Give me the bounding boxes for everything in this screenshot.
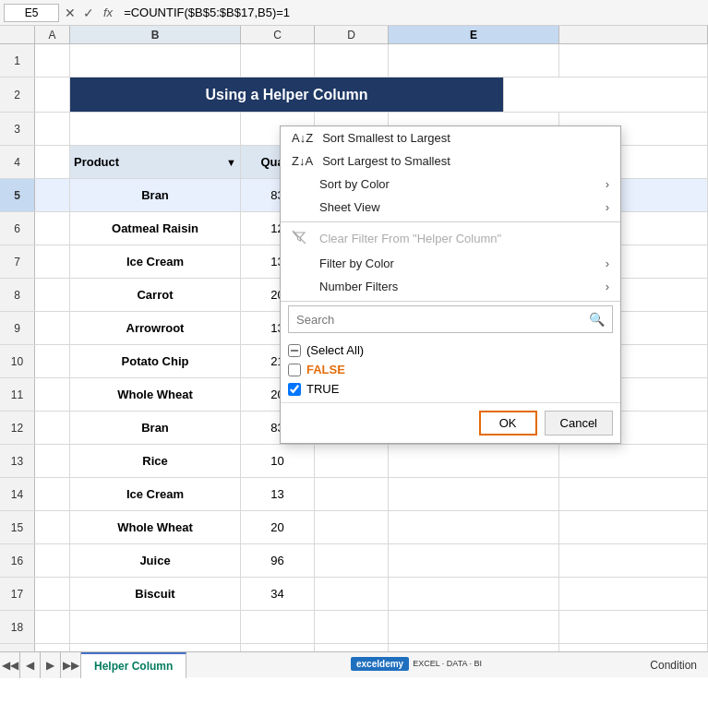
cell-d14[interactable] — [315, 478, 389, 510]
cell-d17[interactable] — [315, 578, 389, 610]
cell-a16[interactable] — [35, 544, 70, 577]
tab-nav-last[interactable]: ▶▶ — [61, 652, 81, 678]
cell-a15[interactable] — [35, 511, 70, 543]
search-container: 🔍 — [288, 305, 613, 333]
cell-c18[interactable] — [241, 611, 315, 643]
formula-input[interactable]: =COUNTIF($B$5:$B$17,B5)=1 — [120, 4, 704, 21]
tab-nav-prev[interactable]: ◀ — [20, 652, 41, 678]
cell-b9[interactable]: Arrowroot — [70, 312, 241, 344]
cell-b5[interactable]: Bran — [70, 179, 241, 211]
cell-a1[interactable] — [35, 44, 70, 77]
cell-b3[interactable] — [70, 113, 241, 145]
cell-c15[interactable]: 20 — [241, 511, 315, 543]
cell-a11[interactable] — [35, 378, 70, 411]
cell-b17[interactable]: Biscuit — [70, 578, 241, 610]
row-num: 5 — [0, 179, 35, 211]
cell-a2[interactable] — [35, 78, 70, 112]
cell-d1[interactable] — [315, 44, 389, 77]
col-header-d[interactable]: D — [315, 26, 389, 43]
product-filter-btn[interactable]: ▼ — [226, 157, 236, 168]
cell-a6[interactable] — [35, 212, 70, 245]
cancel-button[interactable]: Cancel — [545, 411, 613, 436]
formula-cancel-icon[interactable]: ✕ — [63, 6, 78, 20]
sort-asc-icon: A↓Z — [292, 131, 313, 145]
formula-confirm-icon[interactable]: ✓ — [81, 6, 96, 20]
table-row: 2 Using a Helper Column — [0, 78, 708, 113]
cell-e14[interactable] — [389, 478, 559, 510]
cell-c1[interactable] — [241, 44, 315, 77]
col-header-c[interactable]: C — [241, 26, 315, 43]
cell-c13[interactable]: 10 — [241, 445, 315, 477]
cell-d16[interactable] — [315, 544, 389, 577]
filter-color-item[interactable]: Filter by Color › — [281, 252, 620, 275]
ok-button[interactable]: OK — [479, 411, 537, 436]
col-header-rest — [559, 26, 708, 43]
cell-a13[interactable] — [35, 445, 70, 477]
cell-b7[interactable]: Ice Cream — [70, 245, 241, 278]
row-num: 18 — [0, 611, 35, 643]
search-icon: 🔍 — [589, 312, 605, 327]
cell-d18[interactable] — [315, 611, 389, 643]
cell-b18[interactable] — [70, 611, 241, 643]
cell-d15[interactable] — [315, 511, 389, 543]
cell-b12[interactable]: Bran — [70, 412, 241, 444]
cell-b2-title[interactable]: Using a Helper Column — [70, 78, 504, 112]
search-input[interactable] — [296, 313, 589, 327]
list-item[interactable]: FALSE — [288, 360, 613, 379]
cell-a17[interactable] — [35, 578, 70, 610]
cell-c17[interactable]: 34 — [241, 578, 315, 610]
cell-e17[interactable] — [389, 578, 559, 610]
cell-b16[interactable]: Juice — [70, 544, 241, 577]
cell-a4[interactable] — [35, 146, 70, 178]
number-filters-item[interactable]: Number Filters › — [281, 275, 620, 298]
cell-b14[interactable]: Ice Cream — [70, 478, 241, 510]
sheet-tab-helper-column[interactable]: Helper Column — [81, 652, 186, 678]
tab-nav-next[interactable]: ▶ — [41, 652, 61, 678]
select-all-checkbox[interactable] — [288, 344, 301, 357]
cell-e15[interactable] — [389, 511, 559, 543]
cell-a8[interactable] — [35, 279, 70, 311]
cell-c16[interactable]: 96 — [241, 544, 315, 577]
cell-b6[interactable]: Oatmeal Raisin — [70, 212, 241, 245]
cell-a3[interactable] — [35, 113, 70, 145]
cell-a14[interactable] — [35, 478, 70, 510]
cell-b4-product[interactable]: Product ▼ — [70, 146, 241, 178]
false-checkbox[interactable] — [288, 364, 301, 376]
true-checkbox[interactable] — [288, 383, 301, 396]
row-num: 3 — [0, 113, 35, 145]
sort-color-arrow: › — [606, 177, 609, 191]
cell-a9[interactable] — [35, 312, 70, 344]
cell-reference-box[interactable]: E5 — [4, 4, 59, 22]
list-item[interactable]: (Select All) — [288, 340, 613, 360]
cell-e1[interactable] — [389, 44, 559, 77]
cell-b1[interactable] — [70, 44, 241, 77]
cell-b13[interactable]: Rice — [70, 445, 241, 477]
sheet-view-item[interactable]: Sheet View › — [281, 196, 620, 219]
list-item[interactable]: TRUE — [288, 379, 613, 399]
cell-e13[interactable] — [389, 445, 559, 477]
cell-b11[interactable]: Whole Wheat — [70, 378, 241, 411]
cell-a10[interactable] — [35, 345, 70, 377]
cell-a12[interactable] — [35, 412, 70, 444]
cell-b8[interactable]: Carrot — [70, 279, 241, 311]
cell-b15[interactable]: Whole Wheat — [70, 511, 241, 543]
cell-a18[interactable] — [35, 611, 70, 643]
sort-desc-item[interactable]: Z↓A Sort Largest to Smallest — [281, 149, 620, 173]
filter-color-label: Filter by Color — [319, 257, 394, 270]
cell-d13[interactable] — [315, 445, 389, 477]
fx-icon: fx — [100, 6, 116, 19]
table-row: 16 Juice 96 — [0, 544, 708, 578]
col-header-b[interactable]: B — [70, 26, 241, 43]
tab-nav-first[interactable]: ◀◀ — [0, 652, 20, 678]
cell-e18[interactable] — [389, 611, 559, 643]
cell-e16[interactable] — [389, 544, 559, 577]
col-header-a[interactable]: A — [35, 26, 70, 43]
cell-b10[interactable]: Potato Chip — [70, 345, 241, 377]
sort-color-item[interactable]: Sort by Color › — [281, 173, 620, 196]
sort-asc-item[interactable]: A↓Z Sort Smallest to Largest — [281, 126, 620, 149]
cell-a5[interactable] — [35, 179, 70, 211]
cell-rest-1 — [559, 44, 708, 77]
cell-c14[interactable]: 13 — [241, 478, 315, 510]
col-header-e[interactable]: E — [389, 26, 559, 43]
cell-a7[interactable] — [35, 245, 70, 278]
